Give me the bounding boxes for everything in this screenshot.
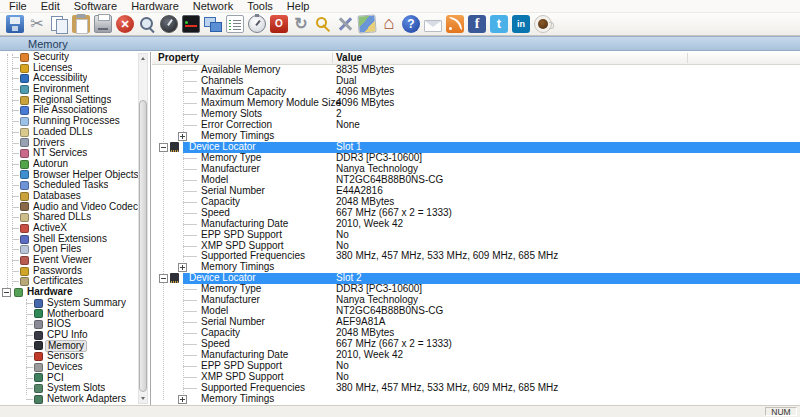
stopwatch-icon <box>248 15 266 33</box>
sidebar-item-activex[interactable]: ActiveX <box>0 223 150 234</box>
tree-scrollbar[interactable] <box>138 53 148 404</box>
facebook-button[interactable]: f <box>466 14 488 35</box>
sidebar-item-databases[interactable]: Databases <box>0 191 150 202</box>
sidebar-item-security[interactable]: Security <box>0 52 150 63</box>
sidebar-item-certificates[interactable]: Certificates <box>0 276 150 287</box>
num-lock-indicator: NUM <box>765 407 797 416</box>
property-label: Capacity <box>201 197 240 208</box>
collapse-minus-icon[interactable] <box>159 143 168 152</box>
menu-tools[interactable]: Tools <box>240 0 280 13</box>
help-button[interactable]: ? <box>400 14 422 35</box>
sidebar-item-file-associations[interactable]: File Associations <box>0 105 150 116</box>
network-button[interactable] <box>202 14 224 35</box>
stop-button[interactable]: ✕ <box>114 14 136 35</box>
sidebar-item-running-processes[interactable]: Running Processes <box>0 116 150 127</box>
column-header-value[interactable]: Value <box>336 52 362 64</box>
table-row[interactable]: Speed667 MHz (667 x 2 = 1333) <box>152 208 800 219</box>
rss-button[interactable] <box>444 14 466 35</box>
sidebar-item-drivers[interactable]: Drivers <box>0 138 150 149</box>
home-button[interactable]: ⌂ <box>378 14 400 35</box>
sidebar-item-passwords[interactable]: Passwords <box>0 266 150 277</box>
sidebar-item-devices[interactable]: Devices <box>0 362 150 373</box>
table-row[interactable]: Capacity2048 MBytes <box>152 197 800 208</box>
stopwatch-button[interactable] <box>246 14 268 35</box>
table-row[interactable]: Capacity2048 MBytes <box>152 328 800 339</box>
save-button[interactable] <box>4 14 26 35</box>
collapse-minus-icon[interactable] <box>159 274 168 283</box>
sidebar-item-nt-services[interactable]: NT Services <box>0 148 150 159</box>
table-row[interactable]: Serial NumberE44A2816 <box>152 186 800 197</box>
table-row[interactable]: EPP SPD SupportNo <box>152 230 800 241</box>
sidebar-item-event-viewer[interactable]: Event Viewer <box>0 255 150 266</box>
menu-hardware[interactable]: Hardware <box>124 0 186 13</box>
coffee-button[interactable] <box>532 14 554 35</box>
tools-icon <box>336 15 354 33</box>
sidebar-item-bios[interactable]: BIOS <box>0 319 150 330</box>
key-button[interactable] <box>312 14 334 35</box>
sidebar-item-cpu-info[interactable]: CPU Info <box>0 330 150 341</box>
expand-plus-icon[interactable] <box>178 132 187 141</box>
twitter-button[interactable]: t <box>488 14 510 35</box>
sidebar-item-system-slots[interactable]: System Slots <box>0 383 150 394</box>
table-row[interactable]: Serial NumberAEF9A81A <box>152 317 800 328</box>
cut-button[interactable]: ✂ <box>26 14 48 35</box>
print-button[interactable] <box>92 14 114 35</box>
shutdown-button[interactable]: O <box>268 14 290 35</box>
sidebar-item-hardware[interactable]: Hardware <box>0 287 150 298</box>
monitor-button[interactable] <box>180 14 202 35</box>
sidebar-item-environment[interactable]: Environment <box>0 84 150 95</box>
sidebar-item-open-files[interactable]: Open Files <box>0 244 150 255</box>
sidebar-item-audio-and-video-codecs[interactable]: Audio and Video Codecs <box>0 202 150 213</box>
tools-button[interactable] <box>334 14 356 35</box>
sidebar-item-shell-extensions[interactable]: Shell Extensions <box>0 234 150 245</box>
print-icon <box>94 15 112 33</box>
device-locator-row[interactable]: Device LocatorSlot 2 <box>152 273 800 284</box>
table-row[interactable]: Manufacturing Date2010, Week 42 <box>152 219 800 230</box>
sidebar-item-licenses[interactable]: Licenses <box>0 63 150 74</box>
column-divider[interactable] <box>687 53 688 63</box>
linkedin-button[interactable]: in <box>510 14 532 35</box>
table-row[interactable]: ManufacturerNanya Technology <box>152 295 800 306</box>
menu-software[interactable]: Software <box>67 0 124 13</box>
column-header-property[interactable]: Property <box>158 52 199 64</box>
menu-edit[interactable]: Edit <box>34 0 67 13</box>
sidebar-item-autorun[interactable]: Autorun <box>0 159 150 170</box>
expand-plus-icon[interactable] <box>178 395 187 404</box>
table-row[interactable]: Memory Timings <box>152 394 800 405</box>
table-row[interactable]: ManufacturerNanya Technology <box>152 164 800 175</box>
table-row[interactable]: ModelNT2GC64B88B0NS-CG <box>152 175 800 186</box>
scrollbar-down-arrow-icon[interactable] <box>139 394 147 403</box>
menu-help[interactable]: Help <box>280 0 317 13</box>
sidebar-item-network-adapters[interactable]: Network Adapters <box>0 394 150 405</box>
sidebar-item-motherboard[interactable]: Motherboard <box>0 309 150 320</box>
table-row[interactable]: Available Memory3835 MBytes <box>152 65 800 76</box>
benchmark-button[interactable] <box>158 14 180 35</box>
expand-plus-icon[interactable] <box>178 263 187 272</box>
sidebar-item-shared-dlls[interactable]: Shared DLLs <box>0 212 150 223</box>
report-button[interactable] <box>224 14 246 35</box>
sidebar-item-accessibility[interactable]: Accessibility <box>0 73 150 84</box>
sidebar-item-sensors[interactable]: Sensors <box>0 351 150 362</box>
scrollbar-up-arrow-icon[interactable] <box>139 54 147 63</box>
sidebar-item-regional-settings[interactable]: Regional Settings <box>0 95 150 106</box>
paste-button[interactable] <box>70 14 92 35</box>
collapse-expander-icon[interactable] <box>2 288 11 297</box>
scrollbar-thumb[interactable] <box>139 100 147 392</box>
menu-file[interactable]: File <box>2 0 34 13</box>
device-locator-row[interactable]: Device LocatorSlot 1 <box>152 142 800 153</box>
copy-button[interactable] <box>48 14 70 35</box>
menu-network[interactable]: Network <box>186 0 240 13</box>
property-value: 2010, Week 42 <box>336 219 403 230</box>
sidebar-item-loaded-dlls[interactable]: Loaded DLLs <box>0 127 150 138</box>
mail-button[interactable] <box>422 14 444 35</box>
search-button[interactable] <box>136 14 158 35</box>
refresh-button[interactable]: ↻ <box>290 14 312 35</box>
sidebar-item-memory[interactable]: Memory <box>0 341 150 352</box>
map-button[interactable] <box>356 14 378 35</box>
sidebar-item-browser-helper-objects[interactable]: Browser Helper Objects <box>0 170 150 181</box>
sidebar-item-system-summary[interactable]: System Summary <box>0 298 150 309</box>
column-divider[interactable] <box>332 53 333 63</box>
sidebar-item-pci[interactable]: PCI <box>0 373 150 384</box>
bios-icon <box>34 320 43 329</box>
sidebar-item-scheduled-tasks[interactable]: Scheduled Tasks <box>0 180 150 191</box>
